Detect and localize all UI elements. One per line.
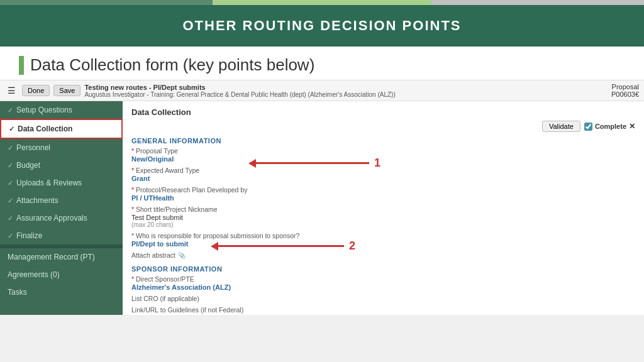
field-value-protocol: PI / UTHealth [131,194,635,202]
arrow-2-line [218,245,344,247]
attach-icon[interactable]: 📎 [178,252,186,259]
field-protocol-research: * Protocol/Research Plan Developed by PI… [131,186,635,202]
field-label-short-title: * Short title/Project Nickname [131,206,635,213]
sidebar-item-uploads-reviews[interactable]: ✓ Uploads & Reviews [0,174,123,192]
sidebar-label: Attachments [16,196,58,205]
sidebar-item-management-record[interactable]: Management Record (PT) [0,248,123,266]
toolbar-title: Testing new routes - PI/Dept submits [84,84,608,91]
field-label-protocol: * Protocol/Research Plan Developed by [131,186,635,194]
attach-abstract-row: Attach abstract 📎 [131,251,635,259]
sidebar-item-finalize[interactable]: ✓ Finalize [0,227,123,244]
validate-button[interactable]: Validate [542,121,580,132]
progress-segment-2 [213,0,431,5]
section-header-sponsor: SPONSOR INFORMATION [131,265,635,273]
sidebar-item-data-collection[interactable]: ✓ Data Collection [0,119,123,139]
sidebar-label: Uploads & Reviews [16,178,82,187]
arrow-2-number: 2 [349,239,355,253]
arrow-1: 1 [248,156,380,170]
check-icon: ✓ [8,144,13,152]
proposal-label: Proposal [611,83,639,90]
complete-checkbox-input[interactable] [584,123,592,131]
field-list-cro: List CRO (if applicable) [131,295,635,302]
field-note-short-title: (max 20 chars) [131,221,635,228]
sidebar-item-assurance-approvals[interactable]: ✓ Assurance Approvals [0,209,123,227]
sidebar-item-agreements[interactable]: Agreements (0) [0,266,123,283]
toolbar: ☰ Done Save Testing new routes - PI/Dept… [0,80,644,101]
progress-segment-3 [431,0,644,5]
sidebar-item-personnel[interactable]: ✓ Personnel [0,139,123,156]
slide-title-accent [19,56,24,75]
field-value-direct-sponsor: Alzheimer's Association (ALZ) [131,283,635,291]
done-button[interactable]: Done [22,85,50,96]
check-icon: ✓ [8,232,13,240]
field-expected-award-type: * Expected Award Type Grant [131,167,635,182]
proposal-number: P00603€ [611,90,639,98]
sidebar-label: Budget [16,161,40,170]
field-value-proposal-type: New/Original [131,155,635,163]
form-area: Data Collection Validate Complete ✕ GENE… [123,101,644,315]
field-label-who-responsible: * Who is responsible for proposal submis… [131,232,635,239]
slide-title: Data Collection form (key points below) [30,55,314,75]
complete-x-icon[interactable]: ✕ [629,122,635,131]
main-content: ✓ Setup Questions ✓ Data Collection ✓ Pe… [0,101,644,315]
check-icon: ✓ [8,214,13,222]
field-who-responsible: * Who is responsible for proposal submis… [131,232,635,248]
sidebar-label: Data Collection [18,124,72,133]
header-title: OTHER ROUTING DECISION POINTS [182,18,461,33]
field-label-list-cro: List CRO (if applicable) [131,295,635,302]
sidebar-item-budget[interactable]: ✓ Budget [0,156,123,174]
field-link-guidelines: Link/URL to Guidelines (if not Federal) [131,306,635,314]
header-banner: OTHER ROUTING DECISION POINTS [0,5,644,47]
sidebar-label: Personnel [16,143,50,152]
sidebar-label: Finalize [16,231,42,240]
field-value-short-title: Test Dept submit [131,214,635,221]
check-icon: ✓ [8,106,13,114]
slide-title-container: Data Collection form (key points below) [0,47,644,80]
sidebar: ✓ Setup Questions ✓ Data Collection ✓ Pe… [0,101,123,315]
sidebar-label: Setup Questions [16,106,72,114]
menu-icon[interactable]: ☰ [5,84,18,97]
field-value-expected-award: Grant [131,175,635,182]
arrow-2: 2 [211,239,355,253]
progress-bar [0,0,644,5]
field-label-link-guidelines: Link/URL to Guidelines (if not Federal) [131,306,635,314]
toolbar-proposal: Proposal P00603€ [611,83,639,98]
field-value-who-responsible: PI/Dept to submit [131,240,635,248]
form-area-title: Data Collection [131,107,635,117]
sidebar-item-setup-questions[interactable]: ✓ Setup Questions [0,101,123,119]
toolbar-info: Testing new routes - PI/Dept submits Aug… [84,84,608,98]
field-label-direct-sponsor: * Direct Sponsor/PTE [131,275,635,283]
sidebar-item-attachments[interactable]: ✓ Attachments [0,192,123,209]
check-icon: ✓ [9,125,14,133]
check-icon: ✓ [8,197,13,205]
field-label-expected-award: * Expected Award Type [131,167,635,174]
arrow-1-number: 1 [374,156,380,170]
field-short-title: * Short title/Project Nickname Test Dept… [131,206,635,228]
progress-segment-1 [0,0,213,5]
sidebar-label: Assurance Approvals [16,214,87,222]
arrow-1-head [248,159,256,168]
sidebar-item-tasks[interactable]: Tasks [0,283,123,301]
complete-label: Complete [595,123,626,130]
check-icon: ✓ [8,179,13,187]
attach-label: Attach abstract [131,251,175,259]
check-icon: ✓ [8,162,13,170]
field-proposal-type: * Proposal Type New/Original [131,147,635,163]
toolbar-subtitle: Augustus Investigator - Training: Genera… [84,91,608,98]
arrow-2-head [211,242,218,251]
complete-checkbox-container: Complete ✕ [584,122,635,131]
field-direct-sponsor: * Direct Sponsor/PTE Alzheimer's Associa… [131,275,635,291]
form-toolbar: Validate Complete ✕ [131,121,635,132]
arrow-1-line [256,162,369,164]
field-label-proposal-type: * Proposal Type [131,147,635,155]
section-header-general: GENERAL INFORMATION [131,137,635,145]
save-button[interactable]: Save [53,85,80,96]
